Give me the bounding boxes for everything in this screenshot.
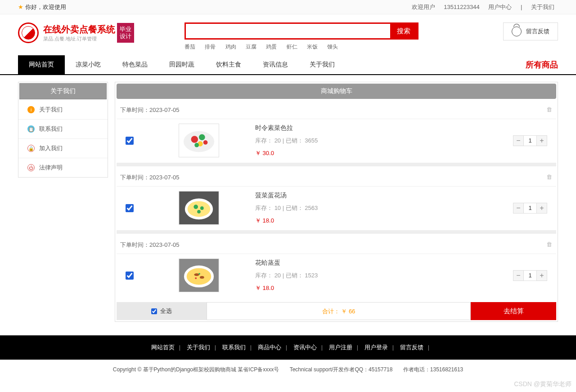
hot-words: 番茄 排骨 鸡肉 豆腐 鸡蛋 虾仁 米饭 馒头 <box>184 43 418 51</box>
copyright: Copyright © 基于Python的Django框架校园购物商城 某省IC… <box>0 360 576 380</box>
footer-link[interactable]: 用户登录 <box>364 344 388 351</box>
logo-area[interactable]: 在线外卖点餐系统 菜品.点餐.地址.订单管理 毕业设计 <box>18 22 184 43</box>
feedback-label: 留言反馈 <box>526 27 549 36</box>
select-all[interactable]: 全选 <box>117 302 207 320</box>
hotword[interactable]: 番茄 <box>184 44 195 50</box>
logo-subtitle: 菜品.点餐.地址.订单管理 <box>43 36 115 42</box>
food-name: 花蛤蒸蛋 <box>255 259 513 267</box>
footer-link[interactable]: 联系我们 <box>222 344 246 351</box>
order-time-label: 下单时间： <box>120 107 149 113</box>
feedback-button[interactable]: 留言反馈 <box>503 22 558 40</box>
sidebar-item-label: 加入我们 <box>39 144 63 152</box>
cart-item: 下单时间：2023-07-05 🗑 菠菜蛋花汤 库存： 10 | 已销： 256… <box>117 166 556 230</box>
svg-point-11 <box>200 206 204 210</box>
food-meta: 库存： 10 | 已销： 2563 <box>255 204 513 212</box>
footer-link[interactable]: 用户注册 <box>329 344 352 351</box>
sidebar-item-join[interactable]: 🔒 加入我们 <box>18 139 108 158</box>
svg-point-17 <box>200 276 204 279</box>
svg-point-10 <box>194 205 198 209</box>
headset-icon <box>512 27 522 36</box>
qty-minus-button[interactable]: − <box>513 203 523 213</box>
hotword[interactable]: 馒头 <box>327 44 338 50</box>
nav-item[interactable]: 资讯信息 <box>252 55 299 74</box>
trash-icon[interactable]: 🗑 <box>546 241 553 248</box>
nav-item[interactable]: 凉菜小吃 <box>65 55 112 74</box>
item-checkbox[interactable] <box>126 272 134 280</box>
hotword[interactable]: 米饭 <box>307 44 318 50</box>
welcome-text: 你好，欢迎使用 <box>25 0 66 14</box>
svg-point-19 <box>195 277 197 279</box>
logo-badge: 毕业设计 <box>117 23 134 42</box>
info-icon: i <box>27 106 35 113</box>
svg-point-6 <box>194 143 199 147</box>
cart-total: 合计： ￥ 66 <box>207 302 471 320</box>
hotword[interactable]: 虾仁 <box>287 44 297 50</box>
all-goods-link[interactable]: 所有商品 <box>526 59 558 70</box>
footer-link[interactable]: 留言反馈 <box>400 344 423 351</box>
user-center-link[interactable]: 用户中心 <box>488 4 512 10</box>
trash-icon[interactable]: 🗑 <box>546 174 553 181</box>
food-price: ￥ 18.0 <box>255 284 513 292</box>
qty-plus-button[interactable]: + <box>537 203 547 213</box>
hotword[interactable]: 鸡蛋 <box>266 44 277 50</box>
logo-icon <box>18 22 39 43</box>
food-image <box>179 258 219 292</box>
checkout-button[interactable]: 去结算 <box>471 302 556 320</box>
qty-value: 1 <box>523 203 537 213</box>
search-input[interactable] <box>186 24 390 38</box>
svg-point-9 <box>188 201 211 217</box>
qty-value: 1 <box>523 271 537 281</box>
about-link[interactable]: 关于我们 <box>531 4 554 10</box>
order-time-label: 下单时间： <box>120 241 149 248</box>
hotword[interactable]: 鸡肉 <box>225 44 236 50</box>
footer-link[interactable]: 网站首页 <box>151 344 175 351</box>
footer-link[interactable]: 商品中心 <box>258 344 281 351</box>
qty-minus-button[interactable]: − <box>513 271 523 281</box>
quantity-stepper: − 1 + <box>513 270 547 281</box>
food-name: 菠菜蛋花汤 <box>255 192 513 200</box>
sidebar-item-label: 联系我们 <box>39 125 63 133</box>
food-price: ￥ 18.0 <box>255 217 513 225</box>
food-meta: 库存： 20 | 已销： 1523 <box>255 272 513 280</box>
quantity-stepper: − 1 + <box>513 135 547 146</box>
sidebar-item-legal[interactable]: ⏻ 法律声明 <box>18 158 108 177</box>
main-nav: 网站首页 凉菜小吃 特色菜品 田园时蔬 饮料主食 资讯信息 关于我们 所有商品 <box>0 55 576 75</box>
svg-point-3 <box>199 134 205 140</box>
order-time: 2023-07-05 <box>149 241 180 248</box>
svg-point-18 <box>198 273 200 275</box>
sidebar-header: 关于我们 <box>19 83 107 99</box>
cart-footer: 全选 合计： ￥ 66 去结算 <box>117 302 556 320</box>
qty-plus-button[interactable]: + <box>537 136 547 146</box>
sidebar: 关于我们 i 关于我们 📋 联系我们 🔒 加入我们 ⏻ 法律声明 <box>18 82 108 178</box>
nav-item[interactable]: 田园时蔬 <box>158 55 205 74</box>
cart-item: 下单时间：2023-07-05 🗑 花蛤蒸蛋 库存： 20 | 已销： 1523… <box>117 234 556 298</box>
hotword[interactable]: 排骨 <box>205 44 216 50</box>
food-image <box>179 191 219 225</box>
svg-point-12 <box>197 210 201 214</box>
item-checkbox[interactable] <box>126 204 134 212</box>
divider: | <box>521 4 522 10</box>
user-label: 欢迎用户 <box>412 4 435 10</box>
footer-link[interactable]: 资讯中心 <box>293 344 317 351</box>
food-name: 时令素菜色拉 <box>255 124 513 132</box>
food-image <box>179 124 219 157</box>
order-time: 2023-07-05 <box>149 107 180 113</box>
item-checkbox[interactable] <box>126 137 134 145</box>
trash-icon[interactable]: 🗑 <box>546 106 553 113</box>
svg-point-5 <box>203 140 208 145</box>
nav-home[interactable]: 网站首页 <box>18 55 65 74</box>
svg-point-15 <box>187 268 212 285</box>
qty-plus-button[interactable]: + <box>537 271 547 281</box>
hotword[interactable]: 豆腐 <box>246 44 256 50</box>
footer-link[interactable]: 关于我们 <box>187 344 210 351</box>
order-time-label: 下单时间： <box>120 174 149 181</box>
select-all-checkbox[interactable] <box>151 308 157 314</box>
search-button[interactable]: 搜索 <box>390 24 417 38</box>
nav-item[interactable]: 饮料主食 <box>205 55 252 74</box>
nav-item[interactable]: 关于我们 <box>299 55 346 74</box>
sidebar-item-about[interactable]: i 关于我们 <box>18 100 108 120</box>
qty-minus-button[interactable]: − <box>513 136 523 146</box>
nav-item[interactable]: 特色菜品 <box>112 55 158 74</box>
sidebar-item-contact[interactable]: 📋 联系我们 <box>18 120 108 139</box>
footer: 网站首页| 关于我们| 联系我们| 商品中心| 资讯中心| 用户注册| 用户登录… <box>0 335 576 360</box>
